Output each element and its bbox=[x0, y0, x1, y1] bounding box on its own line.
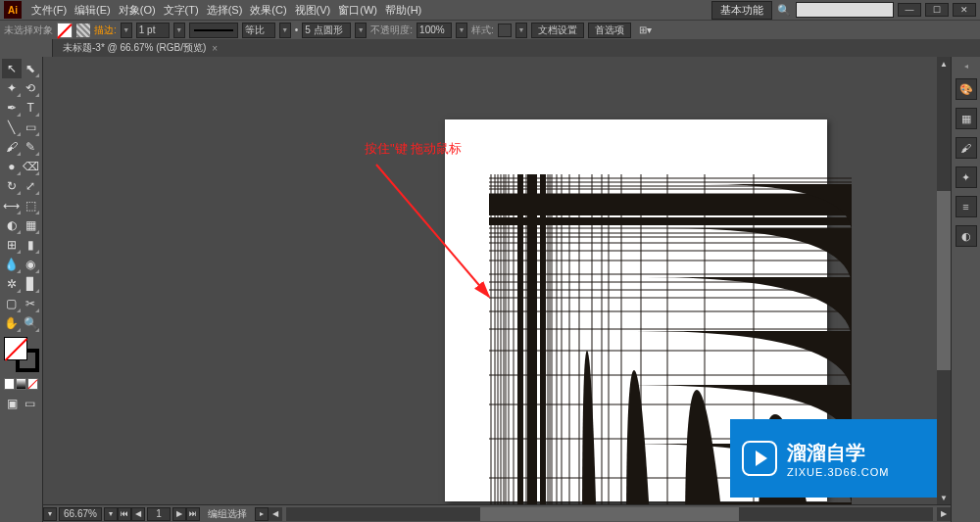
symbols-panel-icon[interactable]: ✦ bbox=[956, 166, 977, 188]
vertical-scroll-thumb[interactable] bbox=[937, 191, 951, 370]
artboard-first[interactable]: ⏮ bbox=[118, 507, 131, 521]
menu-object[interactable]: 对象(O) bbox=[115, 3, 160, 18]
slice-tool[interactable]: ✂ bbox=[22, 294, 41, 313]
search-icon: 🔍 bbox=[776, 2, 792, 18]
document-tab[interactable]: 未标题-3* @ 66.67% (RGB/预览) × bbox=[53, 39, 227, 57]
brush-menu[interactable]: ▼ bbox=[355, 23, 367, 38]
paintbrush-tool[interactable]: 🖌 bbox=[2, 137, 22, 157]
maximize-button[interactable]: ☐ bbox=[925, 3, 949, 17]
opacity-menu[interactable]: ▼ bbox=[456, 23, 467, 38]
color-mode-solid[interactable] bbox=[4, 378, 15, 390]
workspace-switcher[interactable]: 基本功能 bbox=[711, 1, 772, 20]
fill-stroke-indicator[interactable] bbox=[4, 337, 39, 372]
swatches-panel-icon[interactable]: ▦ bbox=[956, 108, 977, 129]
stroke-profile-menu[interactable]: ▼ bbox=[279, 23, 291, 38]
watermark: 溜溜自学 ZIXUE.3D66.COM bbox=[730, 419, 951, 498]
gradient-tool[interactable]: ▮ bbox=[22, 235, 41, 255]
pencil-tool[interactable]: ✎ bbox=[22, 137, 41, 157]
stroke-swatch-control[interactable] bbox=[76, 24, 90, 37]
graph-tool[interactable]: ▊ bbox=[22, 274, 41, 294]
appearance-panel-icon[interactable]: ◐ bbox=[956, 225, 977, 247]
menu-window[interactable]: 窗口(W) bbox=[334, 3, 381, 18]
hand-tool[interactable]: ✋ bbox=[2, 313, 22, 333]
mesh-tool[interactable]: ⊞ bbox=[2, 235, 22, 255]
zoom-level[interactable]: 66.67% bbox=[59, 507, 102, 521]
scroll-right-button[interactable]: ▶ bbox=[937, 507, 951, 521]
zoom-tool[interactable]: 🔍 bbox=[22, 313, 41, 333]
pen-tool[interactable]: ✒ bbox=[2, 98, 22, 118]
close-button[interactable]: ✕ bbox=[953, 3, 976, 17]
screen-mode[interactable]: ▭ bbox=[22, 394, 38, 413]
magic-wand-tool[interactable]: ✦ bbox=[2, 78, 22, 98]
eyedropper-tool[interactable]: 💧 bbox=[2, 255, 22, 274]
style-swatch[interactable] bbox=[498, 24, 512, 37]
blob-brush-tool[interactable]: ● bbox=[2, 157, 22, 176]
zoom-out-button[interactable]: ▾ bbox=[43, 507, 57, 521]
preferences-button[interactable]: 首选项 bbox=[588, 23, 631, 38]
status-menu[interactable]: ▸ bbox=[255, 507, 269, 521]
selection-mode-label: 编组选择 bbox=[208, 507, 247, 521]
artboard-last[interactable]: ⏭ bbox=[186, 507, 200, 521]
watermark-title: 溜溜自学 bbox=[787, 440, 889, 466]
free-transform-tool[interactable]: ⬚ bbox=[22, 196, 41, 215]
zoom-menu[interactable]: ▾ bbox=[104, 507, 118, 521]
annotation-arrow bbox=[367, 155, 504, 321]
color-mode-gradient[interactable] bbox=[16, 378, 26, 390]
artboard-number[interactable]: 1 bbox=[147, 507, 171, 521]
scroll-up-button[interactable]: ▲ bbox=[937, 57, 951, 71]
search-input[interactable] bbox=[796, 2, 894, 18]
stroke-profile-input[interactable] bbox=[242, 23, 275, 38]
horizontal-scrollbar[interactable] bbox=[286, 507, 933, 521]
scale-tool[interactable]: ⤢ bbox=[22, 176, 41, 196]
scroll-left-button[interactable]: ◀ bbox=[269, 507, 282, 521]
vertical-scrollbar[interactable]: ▲ ▼ bbox=[937, 57, 951, 504]
fill-color-swatch[interactable] bbox=[4, 337, 27, 360]
right-panel-dock: ◂ 🎨 ▦ 🖌 ✦ ≡ ◐ bbox=[951, 57, 980, 522]
menu-select[interactable]: 选择(S) bbox=[203, 3, 247, 18]
stroke-weight-input[interactable] bbox=[136, 23, 170, 38]
symbol-sprayer-tool[interactable]: ✲ bbox=[2, 274, 22, 294]
menu-view[interactable]: 视图(V) bbox=[291, 3, 335, 18]
stroke-weight-down[interactable]: ▼ bbox=[121, 23, 132, 38]
horizontal-scroll-thumb[interactable] bbox=[480, 507, 739, 521]
align-icon[interactable]: ⊞▾ bbox=[639, 24, 652, 35]
draw-mode-normal[interactable]: ▣ bbox=[4, 394, 21, 413]
brushes-panel-icon[interactable]: 🖌 bbox=[956, 137, 977, 159]
artboard-next[interactable]: ▶ bbox=[172, 507, 186, 521]
stroke-weight-menu[interactable]: ▼ bbox=[173, 23, 185, 38]
minimize-button[interactable]: — bbox=[898, 3, 921, 17]
opacity-input[interactable] bbox=[416, 23, 452, 38]
style-menu[interactable]: ▼ bbox=[515, 23, 527, 38]
menu-effect[interactable]: 效果(C) bbox=[246, 3, 290, 18]
fill-swatch[interactable] bbox=[57, 23, 73, 38]
rotate-tool[interactable]: ↻ bbox=[2, 176, 22, 196]
brush-input[interactable] bbox=[302, 23, 351, 38]
tab-close-button[interactable]: × bbox=[212, 43, 218, 54]
eraser-tool[interactable]: ⌫ bbox=[22, 157, 41, 176]
dock-expand-handle[interactable]: ◂ bbox=[961, 61, 971, 71]
selection-tool[interactable]: ↖ bbox=[2, 59, 22, 78]
color-mode-none[interactable] bbox=[27, 378, 38, 390]
menu-edit[interactable]: 编辑(E) bbox=[71, 3, 115, 18]
menu-help[interactable]: 帮助(H) bbox=[381, 3, 425, 18]
document-tab-bar: 未标题-3* @ 66.67% (RGB/预览) × bbox=[0, 39, 980, 57]
stroke-panel-icon[interactable]: ≡ bbox=[956, 196, 977, 217]
color-panel-icon[interactable]: 🎨 bbox=[956, 78, 977, 100]
stroke-style-preview[interactable] bbox=[189, 23, 238, 38]
perspective-tool[interactable]: ▦ bbox=[22, 215, 41, 235]
menu-file[interactable]: 文件(F) bbox=[27, 3, 71, 18]
line-tool[interactable]: ╲ bbox=[2, 118, 22, 137]
menu-type[interactable]: 文字(T) bbox=[160, 3, 203, 18]
canvas[interactable]: 按住"键 拖动鼠标 溜溜自学 ZIXUE.3D66.COM bbox=[43, 57, 951, 522]
shape-builder-tool[interactable]: ◐ bbox=[2, 215, 22, 235]
lasso-tool[interactable]: ⟲ bbox=[22, 78, 41, 98]
document-setup-button[interactable]: 文档设置 bbox=[531, 23, 584, 38]
direct-selection-tool[interactable]: ⬉ bbox=[22, 59, 41, 78]
blend-tool[interactable]: ◉ bbox=[22, 255, 41, 274]
artboard-tool[interactable]: ▢ bbox=[2, 294, 22, 313]
scroll-down-button[interactable]: ▼ bbox=[937, 491, 951, 504]
rectangle-tool[interactable]: ▭ bbox=[22, 118, 41, 137]
artboard-prev[interactable]: ◀ bbox=[131, 507, 145, 521]
width-tool[interactable]: ⟷ bbox=[2, 196, 22, 215]
type-tool[interactable]: T bbox=[22, 98, 41, 118]
